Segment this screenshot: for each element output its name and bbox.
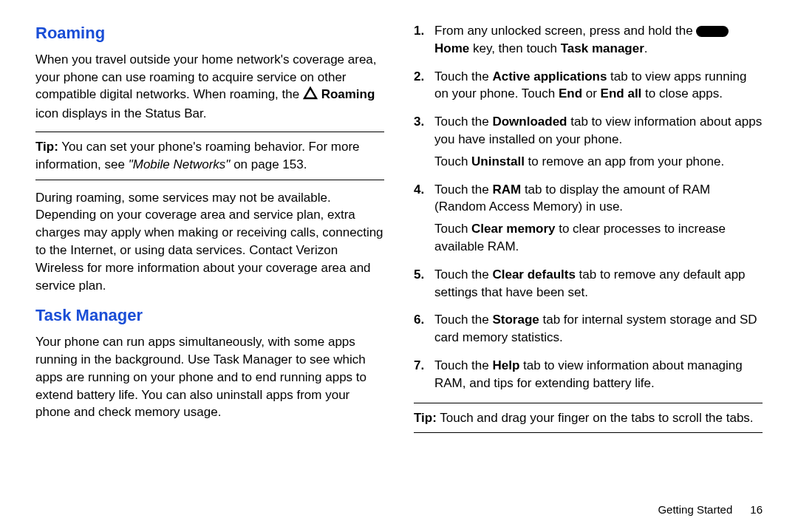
s3-tab: Downloaded (492, 115, 567, 129)
manual-page: Roaming When you travel outside your hom… (0, 0, 798, 532)
roaming-details: During roaming, some services may not be… (35, 189, 384, 295)
s2-endall: End all (601, 86, 642, 100)
page-footer: Getting Started16 (35, 494, 763, 517)
home-key-icon (696, 26, 729, 37)
tabs-tip-label: Tip: (414, 411, 437, 425)
task-manager-intro: Your phone can run apps simultaneously, … (35, 333, 384, 421)
step-7: Touch the Help tab to view information a… (414, 357, 763, 392)
roaming-intro-label: Roaming (321, 87, 375, 101)
s1c: . (644, 41, 648, 55)
step-2: Touch the Active applications tab to vie… (414, 68, 763, 103)
s3sub-b: to remove an app from your phone. (525, 154, 724, 168)
tabs-tip-text: Touch and drag your finger on the tabs t… (437, 411, 754, 425)
s1-tm: Task manager (561, 41, 644, 55)
s3sub-un: Uninstall (471, 154, 525, 168)
roaming-intro-b: icon displays in the Status Bar. (35, 106, 207, 120)
step-3: Touch the Downloaded tab to view informa… (414, 113, 763, 170)
s5-tab: Clear defaults (492, 267, 575, 282)
roaming-icon (303, 86, 318, 105)
s2d: to close apps. (641, 86, 723, 100)
s6a: Touch the (434, 313, 492, 327)
left-column: Roaming When you travel outside your hom… (35, 22, 384, 494)
step-3-sub: Touch Uninstall to remove an app from yo… (434, 153, 763, 171)
s7-tab: Help (492, 358, 519, 372)
s4-tab: RAM (492, 183, 521, 197)
two-column-layout: Roaming When you travel outside your hom… (35, 22, 763, 494)
tip-label: Tip: (35, 140, 58, 154)
s3sub-a: Touch (434, 154, 471, 168)
step-6: Touch the Storage tab for internal syste… (414, 311, 763, 347)
s2a: Touch the (434, 69, 492, 83)
s6-tab: Storage (492, 313, 539, 327)
step-4-sub: Touch Clear memory to clear processes to… (434, 220, 763, 256)
s2c: or (582, 86, 601, 100)
task-manager-steps: From any unlocked screen, press and hold… (414, 22, 763, 392)
step-1: From any unlocked screen, press and hold… (414, 22, 763, 58)
s3a: Touch the (434, 115, 492, 129)
task-manager-heading: Task Manager (35, 304, 384, 327)
roaming-heading: Roaming (35, 22, 384, 45)
s4a: Touch the (434, 183, 492, 197)
roaming-tip-b: on page 153. (230, 157, 307, 171)
s1-home: Home (434, 41, 469, 55)
s1b: key, then touch (469, 41, 560, 55)
roaming-intro: When you travel outside your home networ… (35, 51, 384, 123)
s5a: Touch the (434, 267, 492, 282)
step-5: Touch the Clear defaults tab to remove a… (414, 266, 763, 301)
footer-section: Getting Started (658, 503, 732, 516)
s2-end: End (559, 86, 582, 100)
tabs-tip: Tip: Touch and drag your finger on the t… (414, 403, 763, 434)
s4sub-a: Touch (434, 222, 471, 236)
s2-tab: Active applications (492, 69, 607, 83)
roaming-tip: Tip: You can set your phone's roaming be… (35, 132, 384, 180)
footer-page-number: 16 (750, 503, 763, 516)
s7a: Touch the (434, 358, 492, 372)
step-4: Touch the RAM tab to display the amount … (414, 181, 763, 256)
roaming-tip-ref: "Mobile Networks" (129, 157, 231, 171)
right-column: From any unlocked screen, press and hold… (414, 22, 763, 494)
s4sub-cm: Clear memory (471, 222, 555, 236)
s1a: From any unlocked screen, press and hold… (434, 24, 696, 38)
